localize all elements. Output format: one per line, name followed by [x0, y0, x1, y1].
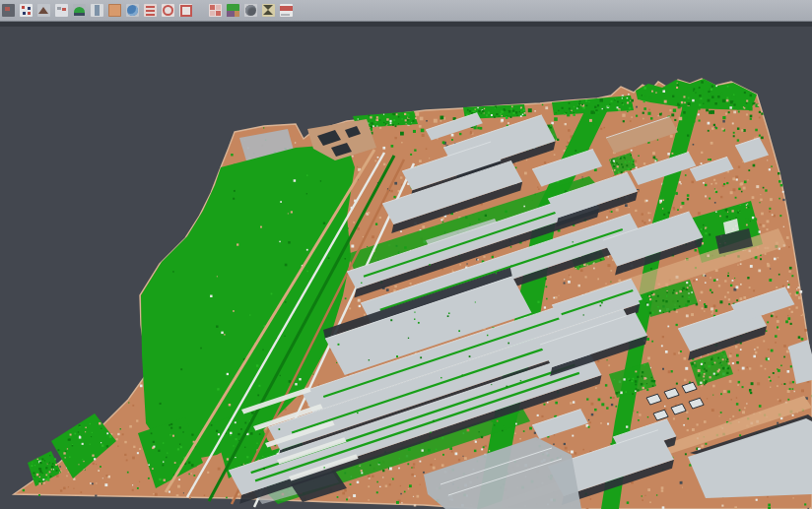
classified-map-icon[interactable] — [227, 4, 239, 17]
point-marks-icon[interactable] — [55, 4, 68, 17]
selection-brackets-icon[interactable] — [179, 4, 192, 17]
sphere-icon[interactable] — [244, 4, 257, 17]
scatter-points-icon[interactable] — [20, 4, 33, 17]
main-toolbar — [0, 0, 812, 22]
application-window — [0, 0, 812, 509]
ortho-tile-icon[interactable] — [108, 4, 121, 17]
red-list-icon[interactable] — [144, 4, 157, 17]
mountain-icon[interactable] — [37, 4, 50, 17]
cross-measure-icon[interactable] — [262, 4, 275, 17]
red-stripe-icon[interactable] — [280, 4, 293, 17]
column-icon[interactable] — [91, 4, 103, 17]
dark-square-icon[interactable] — [2, 4, 15, 17]
viewport-3d[interactable] — [0, 0, 812, 509]
target-circle-icon[interactable] — [162, 4, 174, 17]
globe-icon[interactable] — [126, 4, 139, 17]
checker-grid-icon[interactable] — [209, 4, 222, 17]
terrain-model-icon[interactable] — [73, 4, 86, 17]
